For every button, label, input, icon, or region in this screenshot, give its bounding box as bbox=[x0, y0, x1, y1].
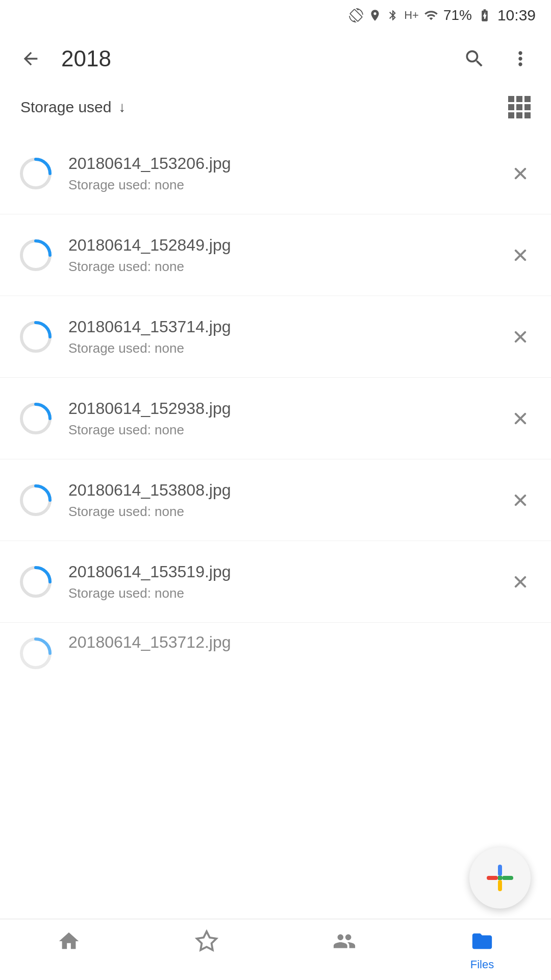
close-icon bbox=[513, 574, 528, 590]
screen-rotation-icon bbox=[349, 8, 363, 22]
close-icon bbox=[513, 411, 528, 426]
loading-spinner bbox=[15, 480, 56, 521]
sort-button[interactable]: Storage used ↓ bbox=[20, 99, 126, 116]
app-bar: 2018 bbox=[0, 31, 551, 87]
grid-dot bbox=[516, 112, 522, 118]
file-name: 20180614_153712.jpg bbox=[68, 633, 525, 652]
file-item-info: 20180614_152938.jpg Storage used: none bbox=[56, 399, 505, 438]
grid-dot bbox=[524, 96, 531, 102]
back-arrow-icon bbox=[20, 48, 41, 69]
loading-spinner bbox=[15, 153, 56, 194]
file-name: 20180614_152938.jpg bbox=[68, 399, 495, 418]
more-options-button[interactable] bbox=[505, 43, 536, 74]
file-name: 20180614_153206.jpg bbox=[68, 154, 495, 173]
loading-spinner bbox=[15, 633, 56, 674]
file-name: 20180614_153519.jpg bbox=[68, 562, 495, 581]
search-icon bbox=[463, 47, 486, 70]
file-storage-info: Storage used: none bbox=[68, 422, 495, 438]
nav-shared[interactable]: Shared bbox=[276, 919, 413, 980]
add-icon bbox=[487, 865, 513, 891]
view-toggle-button[interactable] bbox=[508, 96, 531, 118]
clock: 10:39 bbox=[497, 7, 536, 24]
star-icon bbox=[194, 928, 219, 954]
list-item[interactable]: 20180614_153808.jpg Storage used: none bbox=[0, 459, 551, 541]
grid-dot bbox=[508, 104, 514, 110]
grid-dot bbox=[508, 96, 514, 102]
grid-dot bbox=[516, 96, 522, 102]
list-item[interactable]: 20180614_153714.jpg Storage used: none bbox=[0, 296, 551, 378]
signal-icon bbox=[424, 8, 438, 22]
file-storage-info: Storage used: none bbox=[68, 585, 495, 601]
svg-rect-9 bbox=[498, 865, 502, 876]
remove-file-button[interactable] bbox=[505, 240, 536, 271]
files-icon bbox=[469, 928, 495, 954]
loading-spinner bbox=[15, 398, 56, 439]
nav-starred[interactable]: Starred bbox=[138, 919, 276, 980]
file-storage-info: Storage used: none bbox=[68, 259, 495, 275]
search-button[interactable] bbox=[459, 43, 490, 74]
sort-bar: Storage used ↓ bbox=[0, 87, 551, 128]
file-item-info: 20180614_153206.jpg Storage used: none bbox=[56, 154, 505, 193]
network-type-icon: H+ bbox=[404, 9, 419, 22]
remove-file-button[interactable] bbox=[505, 485, 536, 516]
shared-icon bbox=[332, 928, 357, 954]
close-icon bbox=[513, 493, 528, 508]
plus-icon-svg bbox=[487, 865, 513, 891]
loading-spinner bbox=[15, 316, 56, 357]
sort-label-text: Storage used bbox=[20, 99, 111, 116]
folder-icon-svg bbox=[469, 929, 495, 953]
bluetooth-icon bbox=[387, 9, 399, 21]
add-button[interactable] bbox=[469, 847, 531, 909]
file-item-info: 20180614_153714.jpg Storage used: none bbox=[56, 317, 505, 356]
home-icon-svg bbox=[57, 929, 81, 953]
close-icon bbox=[513, 166, 528, 181]
content-area: Storage used ↓ bbox=[0, 87, 551, 919]
loading-spinner bbox=[15, 561, 56, 602]
file-name: 20180614_152849.jpg bbox=[68, 236, 495, 255]
bottom-nav: Home Starred Shared Files bbox=[0, 919, 551, 980]
grid-dot bbox=[524, 112, 531, 118]
close-icon bbox=[513, 329, 528, 345]
sort-direction-icon: ↓ bbox=[118, 99, 126, 115]
page-title: 2018 bbox=[61, 46, 444, 71]
svg-rect-11 bbox=[498, 876, 502, 880]
grid-dot bbox=[524, 104, 531, 110]
list-item[interactable]: 20180614_153206.jpg Storage used: none bbox=[0, 133, 551, 214]
file-storage-info: Storage used: none bbox=[68, 504, 495, 520]
list-item[interactable]: 20180614_152849.jpg Storage used: none bbox=[0, 214, 551, 296]
status-icons: H+ 71% 10:39 bbox=[349, 7, 536, 24]
loading-spinner bbox=[15, 235, 56, 276]
star-icon-svg bbox=[195, 929, 218, 953]
grid-dot bbox=[516, 104, 522, 110]
file-item-partial[interactable]: 20180614_153712.jpg bbox=[0, 623, 551, 674]
file-storage-info: Storage used: none bbox=[68, 340, 495, 356]
nav-home[interactable]: Home bbox=[0, 919, 138, 980]
app-bar-actions bbox=[459, 43, 536, 74]
location-icon bbox=[368, 9, 382, 22]
file-storage-info: Storage used: none bbox=[68, 177, 495, 193]
nav-files[interactable]: Files bbox=[413, 919, 551, 980]
list-item[interactable]: 20180614_153519.jpg Storage used: none bbox=[0, 541, 551, 623]
more-options-icon bbox=[509, 47, 532, 70]
remove-file-button[interactable] bbox=[505, 322, 536, 352]
remove-file-button[interactable] bbox=[505, 403, 536, 434]
remove-file-button[interactable] bbox=[505, 158, 536, 189]
back-button[interactable] bbox=[15, 43, 46, 74]
close-icon bbox=[513, 248, 528, 263]
home-icon bbox=[56, 928, 82, 954]
file-name: 20180614_153808.jpg bbox=[68, 481, 495, 500]
remove-file-button[interactable] bbox=[505, 567, 536, 597]
file-item-info: 20180614_153712.jpg bbox=[56, 633, 536, 656]
file-list: 20180614_153206.jpg Storage used: none 2… bbox=[0, 128, 551, 679]
svg-rect-8 bbox=[502, 876, 513, 880]
battery-percent: 71% bbox=[443, 7, 472, 23]
file-item-info: 20180614_152849.jpg Storage used: none bbox=[56, 236, 505, 275]
list-item[interactable]: 20180614_152938.jpg Storage used: none bbox=[0, 378, 551, 459]
people-icon-svg bbox=[333, 929, 356, 953]
svg-rect-10 bbox=[498, 880, 502, 891]
svg-rect-7 bbox=[487, 876, 498, 880]
file-item-info: 20180614_153519.jpg Storage used: none bbox=[56, 562, 505, 601]
battery-icon bbox=[477, 8, 492, 22]
file-name: 20180614_153714.jpg bbox=[68, 317, 495, 336]
file-item-info: 20180614_153808.jpg Storage used: none bbox=[56, 481, 505, 520]
